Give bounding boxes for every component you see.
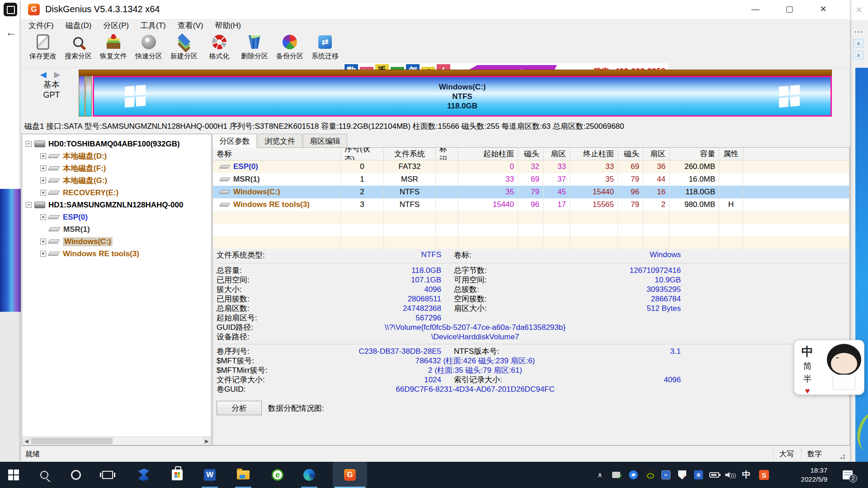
- tray-volume-button[interactable]: ))): [722, 462, 739, 488]
- tree-item-hd0[interactable]: −HD0:TOSHIBAMQ04ABF100(932GB): [22, 138, 211, 150]
- tree-item-hd1[interactable]: −HD1:SAMSUNGMZNLN128HAHQ-000: [22, 199, 211, 211]
- tray-battery-button[interactable]: [706, 462, 722, 488]
- start-button[interactable]: [4, 462, 24, 488]
- tray-update-button[interactable]: [609, 462, 624, 488]
- expand-icon[interactable]: +: [40, 214, 46, 220]
- new-partition-button[interactable]: 新建分区: [166, 33, 202, 66]
- menu-bar: 文件(F) 磁盘(D) 分区(P) 工具(T) 查看(V) 帮助(H): [23, 19, 247, 32]
- table-row-msr[interactable]: MSR(1) 1 MSR 33 69 37 35 79 44 16.0MB: [213, 173, 849, 186]
- tree-horizontal-scrollbar[interactable]: ◀ ▶: [22, 436, 211, 445]
- device-path-value: \Device\HarddiskVolume7: [349, 333, 602, 342]
- taskbar-edge-button[interactable]: [299, 462, 319, 488]
- disk-strip[interactable]: [79, 70, 832, 76]
- tree-item-windows-c[interactable]: +Windows(C:): [22, 235, 211, 248]
- tree-item-local-g[interactable]: +本地磁盘(G:): [22, 174, 211, 187]
- menu-file[interactable]: 文件(F): [23, 19, 60, 32]
- tray-security-button[interactable]: [675, 462, 690, 488]
- expand-icon[interactable]: +: [40, 239, 46, 244]
- menu-help[interactable]: 帮助(H): [209, 19, 247, 32]
- quick-partition-icon: [140, 33, 157, 51]
- background-app-icon[interactable]: [4, 3, 17, 16]
- nvidia-icon: [645, 470, 654, 479]
- scroll-right-icon[interactable]: ▶: [203, 437, 211, 445]
- tray-nvidia-button[interactable]: [642, 462, 657, 488]
- total-capacity-value: 118.0GB: [349, 266, 441, 275]
- expand-icon[interactable]: +: [40, 165, 46, 171]
- tab-sector-edit[interactable]: 扇区编辑: [303, 134, 347, 147]
- tree-item-windows-re[interactable]: +Windows RE tools(3): [22, 248, 211, 260]
- diskgenius-window: G DiskGenius V5.4.3.1342 x64 — ▢ ✕ 文件(F)…: [21, 0, 850, 462]
- collapse-icon[interactable]: −: [26, 202, 32, 208]
- expand-icon[interactable]: +: [40, 178, 46, 183]
- table-row-esp[interactable]: ESP(0) 0 FAT32 0 32 33 33 69 36 260.0MB: [213, 160, 849, 173]
- taskbar-diskgenius-button[interactable]: G: [333, 462, 367, 488]
- table-row-windows-c-selected[interactable]: Windows(C:) 2 NTFS 35 79 45 15440 96 16 …: [213, 186, 849, 198]
- speaker-icon: [725, 472, 730, 478]
- background-close-icon[interactable]: ✕: [850, 0, 868, 20]
- taskbar-store-button[interactable]: [167, 462, 187, 488]
- tree-item-local-f[interactable]: +本地磁盘(F:): [22, 162, 211, 174]
- diskgenius-icon: G: [344, 469, 356, 481]
- save-changes-button[interactable]: 保存更改: [25, 33, 61, 66]
- taskbar-explorer-button[interactable]: [233, 462, 253, 488]
- quick-partition-button[interactable]: 快速分区: [131, 33, 166, 66]
- tab-browse-files[interactable]: 浏览文件: [258, 134, 302, 147]
- ime-status-widget[interactable]: 中 简 半 ♥: [794, 340, 864, 395]
- nav-right-icon[interactable]: ▶: [54, 70, 63, 79]
- partition-block-windows[interactable]: Windows(C:) NTFS 118.0GB: [93, 76, 832, 117]
- tray-chevron-button[interactable]: ∧: [593, 462, 607, 488]
- task-view-button[interactable]: [98, 462, 118, 488]
- desktop-left-gray: [0, 312, 21, 462]
- analyze-button[interactable]: 分析: [217, 401, 262, 415]
- scroll-up-icon[interactable]: ∧: [854, 39, 863, 48]
- tree-item-msr[interactable]: MSR(1): [22, 223, 211, 235]
- taskbar-search-button[interactable]: [34, 462, 54, 488]
- tray-snowflake-button[interactable]: ❄: [691, 462, 706, 488]
- close-button[interactable]: ✕: [812, 0, 834, 18]
- cortana-button[interactable]: [66, 462, 86, 488]
- recover-files-button[interactable]: 恢复文件: [96, 33, 131, 66]
- maximize-button[interactable]: ▢: [778, 0, 800, 18]
- tree-item-local-d[interactable]: +本地磁盘(D:): [22, 150, 211, 162]
- back-arrow-icon[interactable]: ←: [5, 25, 17, 39]
- format-icon: [211, 33, 228, 51]
- scrollbar-thumb[interactable]: [31, 438, 113, 444]
- delete-partition-button[interactable]: 删除分区: [237, 33, 272, 66]
- taskbar-browser-button[interactable]: e: [268, 462, 288, 488]
- tray-ime-button[interactable]: 中: [739, 462, 754, 488]
- resize-grip[interactable]: [837, 452, 845, 460]
- taskbar-word-button[interactable]: W: [200, 462, 220, 488]
- scroll-up2-icon[interactable]: ∧: [854, 51, 863, 60]
- menu-partition[interactable]: 分区(P): [97, 19, 135, 32]
- tray-intel-button[interactable]: in: [658, 462, 674, 488]
- tray-bird-button[interactable]: [626, 462, 641, 488]
- status-ready: 就绪: [25, 450, 40, 459]
- nav-left-icon[interactable]: ◀: [40, 70, 49, 79]
- backup-partition-button[interactable]: 备份分区: [272, 33, 307, 66]
- ellipsis-icon[interactable]: ⋯: [850, 26, 868, 37]
- menu-disk[interactable]: 磁盘(D): [60, 19, 98, 32]
- expand-icon[interactable]: +: [40, 153, 46, 159]
- scroll-left-icon[interactable]: ◀: [22, 437, 31, 445]
- system-migration-button[interactable]: ⇄ 系统迁移: [307, 33, 343, 66]
- taskbar-clock[interactable]: 18:37 2022/5/9: [782, 462, 827, 488]
- partition-block-msr[interactable]: [85, 76, 92, 117]
- search-partition-button[interactable]: 搜索分区: [61, 33, 96, 66]
- tree-item-recovery-e[interactable]: +RECOVERY(E:): [22, 187, 211, 199]
- partition-block-esp[interactable]: [79, 76, 85, 117]
- table-row-empty: [213, 211, 849, 224]
- taskbar-thunder-button[interactable]: [134, 462, 154, 488]
- format-button[interactable]: 格式化: [202, 33, 237, 66]
- tab-partition-params[interactable]: 分区参数: [212, 134, 257, 148]
- minimize-button[interactable]: —: [745, 0, 766, 18]
- table-row-windows-re[interactable]: Windows RE tools(3) 3 NTFS 15440 96 17 1…: [213, 198, 849, 211]
- menu-tools[interactable]: 工具(T): [135, 19, 172, 32]
- tray-sogou-button[interactable]: S: [756, 462, 772, 488]
- menu-view[interactable]: 查看(V): [172, 19, 209, 32]
- expand-icon[interactable]: +: [40, 190, 46, 196]
- partition-icon: [48, 154, 60, 158]
- expand-icon[interactable]: +: [40, 251, 46, 257]
- action-center-button[interactable]: 2: [836, 462, 859, 488]
- collapse-icon[interactable]: −: [26, 141, 32, 147]
- tree-item-esp[interactable]: +ESP(0): [22, 211, 211, 223]
